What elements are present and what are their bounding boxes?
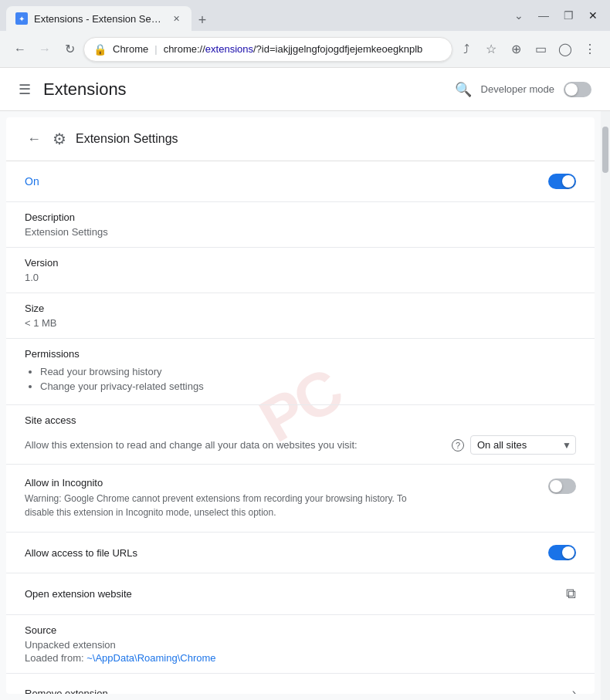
developer-mode-toggle[interactable] (564, 82, 591, 97)
window-controls: ⌄ — ❐ ✕ (508, 8, 604, 23)
source-path: Loaded from: ~\AppData\Roaming\Chrome (25, 652, 576, 664)
site-access-title: Site access (25, 414, 576, 426)
version-value: 1.0 (25, 272, 576, 283)
source-path-prefix: Loaded from: (25, 652, 86, 664)
permissions-label: Permissions (25, 348, 576, 360)
chrome-menu-icon[interactable]: ⋮ (579, 39, 601, 60)
back-button-settings[interactable]: ← (25, 130, 43, 148)
size-row: Size < 1 MB (6, 293, 595, 339)
toolbar-icons: ⤴ ☆ ⊕ ▭ ◯ ⋮ (456, 39, 601, 60)
cast-icon[interactable]: ▭ (530, 39, 551, 60)
gear-icon: ⚙ (53, 130, 66, 148)
account-icon[interactable]: ◯ (554, 39, 576, 60)
header-right: 🔍 Developer mode (455, 81, 591, 98)
remove-label: Remove extension (25, 688, 108, 695)
chrome-label: Chrome (113, 43, 148, 55)
settings-section: ← ⚙ Extension Settings On Description Ex… (6, 117, 595, 694)
extensions-header: ☰ Extensions 🔍 Developer mode (0, 68, 610, 111)
permissions-row: Permissions Read your browsing history C… (6, 339, 595, 405)
extensions-title: Extensions (43, 79, 127, 100)
url-separator: | (154, 43, 157, 55)
site-access-dropdown-wrapper: On all sites On specific sites Ask on ev… (470, 435, 576, 455)
extension-enabled-toggle[interactable] (548, 174, 576, 189)
open-website-row: Open extension website ⧉ (6, 573, 595, 615)
incognito-toggle[interactable] (548, 479, 576, 494)
source-row: Source Unpacked extension Loaded from: ~… (6, 615, 595, 674)
extensions-icon[interactable]: ⊕ (505, 39, 527, 60)
incognito-row: Allow in Incognito Warning: Google Chrom… (6, 465, 595, 533)
file-url-row: Allow access to file URLs (6, 533, 595, 573)
chevron-down-icon[interactable]: ⌄ (508, 8, 530, 23)
url-text: chrome://extensions/?id=iakjjgelngfojogd… (164, 43, 442, 55)
external-link-icon[interactable]: ⧉ (566, 586, 576, 602)
scrollbar-thumb[interactable] (602, 127, 608, 173)
site-access-section: Site access Allow this extension to read… (6, 405, 595, 465)
restore-button[interactable]: ❐ (557, 8, 579, 23)
version-label: Version (25, 257, 576, 269)
settings-page-title: Extension Settings (76, 132, 178, 146)
on-label: On (25, 175, 39, 188)
address-bar: ← → ↻ 🔒 Chrome | chrome://extensions/?id… (0, 31, 610, 68)
tab-favicon: ✦ (15, 12, 28, 25)
tab-title-text: Extensions - Extension Settings (34, 13, 164, 25)
permissions-list: Read your browsing history Change your p… (25, 366, 576, 392)
on-off-row: On (6, 161, 595, 202)
source-type: Unpacked extension (25, 639, 576, 651)
tab-close-button[interactable]: ✕ (170, 12, 182, 25)
omnibox[interactable]: 🔒 Chrome | chrome://extensions/?id=iakjj… (83, 37, 452, 62)
source-path-link[interactable]: ~\AppData\Roaming\Chrome (86, 652, 215, 664)
incognito-warning: Warning: Google Chrome cannot prevent ex… (25, 492, 411, 519)
share-icon[interactable]: ⤴ (456, 39, 477, 60)
version-row: Version 1.0 (6, 248, 595, 293)
file-url-toggle[interactable] (548, 545, 576, 560)
close-button[interactable]: ✕ (582, 8, 604, 23)
source-label: Source (25, 624, 576, 636)
help-icon[interactable]: ? (452, 439, 464, 451)
description-label: Description (25, 211, 576, 223)
size-label: Size (25, 303, 576, 314)
file-url-label: Allow access to file URLs (25, 547, 137, 559)
description-row: Description Extension Settings (6, 202, 595, 248)
description-value: Extension Settings (25, 226, 576, 238)
list-item: Read your browsing history (40, 366, 576, 377)
minimize-button[interactable]: — (533, 8, 554, 23)
scrollbar-track[interactable] (601, 111, 610, 700)
reload-button[interactable]: ↻ (59, 39, 80, 60)
developer-mode-label: Developer mode (481, 83, 554, 95)
list-item: Change your privacy-related settings (40, 380, 576, 392)
incognito-label: Allow in Incognito (25, 477, 411, 489)
back-button[interactable]: ← (9, 39, 31, 60)
main-layout: PC ← ⚙ Extension Settings On Description… (0, 111, 610, 700)
site-access-text: Allow this extension to read and change … (25, 439, 446, 451)
site-access-row: Allow this extension to read and change … (25, 435, 576, 455)
url-highlight: extensions (205, 43, 253, 55)
incognito-content: Allow in Incognito Warning: Google Chrom… (25, 477, 411, 519)
open-website-label: Open extension website (25, 588, 132, 600)
remove-extension-row[interactable]: Remove extension › (6, 674, 595, 694)
search-icon[interactable]: 🔍 (455, 81, 472, 98)
content-panel: PC ← ⚙ Extension Settings On Description… (6, 117, 595, 694)
size-value: < 1 MB (25, 317, 576, 329)
lock-icon: 🔒 (93, 43, 107, 56)
forward-button: → (34, 39, 56, 60)
tab-area: ✦ Extensions - Extension Settings ✕ + (6, 0, 508, 31)
title-bar: ✦ Extensions - Extension Settings ✕ + ⌄ … (0, 0, 610, 31)
site-access-dropdown[interactable]: On all sites On specific sites Ask on ev… (470, 435, 576, 455)
hamburger-icon[interactable]: ☰ (19, 81, 31, 98)
new-tab-button[interactable]: + (191, 9, 213, 31)
chevron-right-icon: › (572, 686, 576, 694)
back-header: ← ⚙ Extension Settings (6, 117, 595, 161)
active-tab[interactable]: ✦ Extensions - Extension Settings ✕ (6, 6, 191, 31)
bookmark-icon[interactable]: ☆ (480, 39, 502, 60)
